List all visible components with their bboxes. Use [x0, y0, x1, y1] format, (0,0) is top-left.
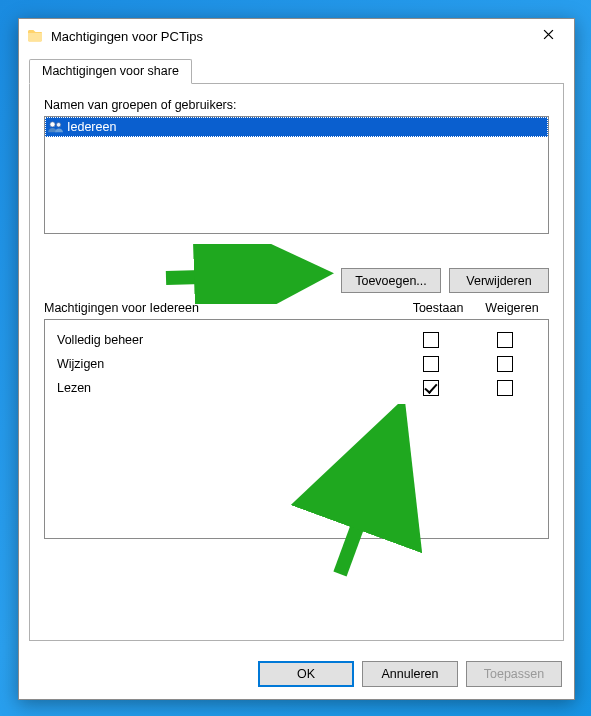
principal-name: Iedereen — [67, 120, 116, 134]
allow-read-checkbox[interactable] — [423, 380, 439, 396]
deny-read-checkbox[interactable] — [497, 380, 513, 396]
groups-label: Namen van groepen of gebruikers: — [44, 98, 549, 112]
svg-point-0 — [50, 122, 55, 127]
group-icon — [47, 120, 63, 134]
desktop-background: Machtigingen voor PCTips Machtigingen vo… — [0, 0, 591, 716]
allow-column-header: Toestaan — [401, 301, 475, 315]
add-button[interactable]: Toevoegen... — [341, 268, 441, 293]
perm-name: Lezen — [51, 381, 394, 395]
deny-change-checkbox[interactable] — [497, 356, 513, 372]
tabstrip: Machtigingen voor share — [29, 59, 564, 84]
permissions-for-label: Machtigingen voor Iedereen — [44, 301, 401, 315]
titlebar: Machtigingen voor PCTips — [19, 19, 574, 53]
perm-row-read: Lezen — [51, 376, 542, 400]
perm-name: Wijzigen — [51, 357, 394, 371]
ok-button[interactable]: OK — [258, 661, 354, 687]
principals-list[interactable]: Iedereen — [44, 116, 549, 234]
svg-point-1 — [56, 123, 61, 128]
close-button[interactable] — [526, 20, 570, 48]
deny-column-header: Weigeren — [475, 301, 549, 315]
principal-buttons: Toevoegen... Verwijderen — [44, 268, 549, 293]
perm-row-full: Volledig beheer — [51, 328, 542, 352]
remove-button[interactable]: Verwijderen — [449, 268, 549, 293]
permissions-dialog: Machtigingen voor PCTips Machtigingen vo… — [18, 18, 575, 700]
window-title: Machtigingen voor PCTips — [51, 29, 203, 44]
tab-share[interactable]: Machtigingen voor share — [29, 59, 192, 84]
permissions-list: Volledig beheer Wijzigen Lezen — [44, 319, 549, 539]
dialog-client-area: Machtigingen voor share Namen van groepe… — [19, 53, 574, 651]
allow-change-checkbox[interactable] — [423, 356, 439, 372]
dialog-buttons: OK Annuleren Toepassen — [19, 651, 574, 699]
perm-row-change: Wijzigen — [51, 352, 542, 376]
permissions-header: Machtigingen voor Iedereen Toestaan Weig… — [44, 301, 549, 315]
cancel-button[interactable]: Annuleren — [362, 661, 458, 687]
allow-full-checkbox[interactable] — [423, 332, 439, 348]
tab-panel: Namen van groepen of gebruikers: Iederee… — [29, 83, 564, 641]
apply-button[interactable]: Toepassen — [466, 661, 562, 687]
list-item[interactable]: Iedereen — [45, 117, 548, 137]
deny-full-checkbox[interactable] — [497, 332, 513, 348]
folder-icon — [27, 28, 43, 44]
perm-name: Volledig beheer — [51, 333, 394, 347]
